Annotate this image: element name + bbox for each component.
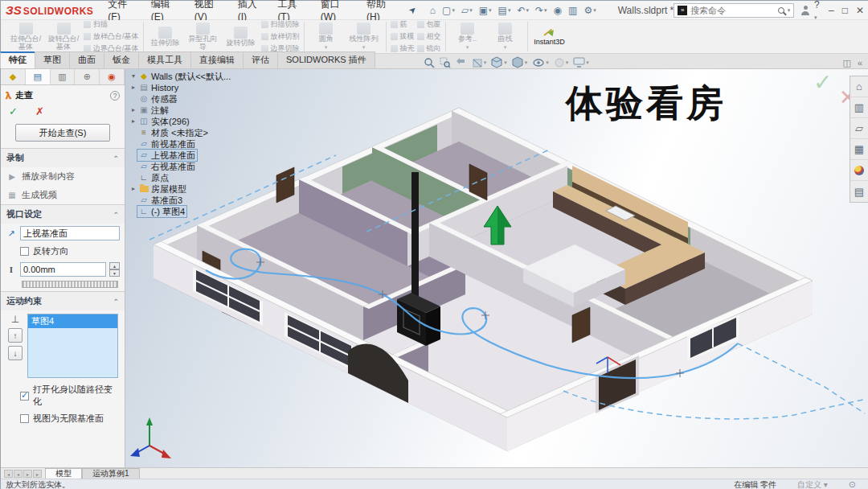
infinite-plane-checkbox[interactable] bbox=[20, 414, 29, 423]
intersect-button[interactable]: 相交 bbox=[417, 31, 441, 42]
hide-show-items-icon[interactable]: ▾ bbox=[532, 57, 549, 68]
tree-item-plane3[interactable]: ▱基准面3 bbox=[130, 195, 267, 206]
tree-item-sketch4[interactable]: ∟(-) 草图4 bbox=[130, 206, 267, 217]
tab-configurationmanager[interactable]: ▥ bbox=[51, 69, 76, 84]
lofted-cut-button[interactable]: 放样切割 bbox=[261, 31, 300, 42]
tab-direct-editing[interactable]: 直接编辑 bbox=[190, 51, 244, 68]
options-button[interactable]: ⚙▾ bbox=[581, 3, 598, 18]
confirm-check-icon[interactable]: ✓ bbox=[813, 69, 832, 96]
print-button[interactable]: ▤▾ bbox=[496, 3, 514, 18]
revolved-boss-button[interactable]: 旋转凸台/基体 bbox=[46, 23, 81, 51]
tab-dimxpertmanager[interactable]: ⊕ bbox=[75, 69, 100, 84]
redo-button[interactable]: ↷▾ bbox=[533, 3, 550, 18]
reverse-direction-checkbox[interactable] bbox=[20, 247, 29, 256]
create-video-button[interactable]: ▦生成视频 bbox=[1, 186, 125, 204]
swept-boss-button[interactable]: 扫描 bbox=[84, 19, 139, 30]
undo-button[interactable]: ↶▾ bbox=[514, 3, 531, 18]
tree-item-front-plane[interactable]: ▱前视基准面 bbox=[130, 138, 267, 150]
tree-item-part[interactable]: ▾◆Walls (默认<<默认... bbox=[130, 71, 267, 82]
avatar-follow-checkbox[interactable] bbox=[20, 392, 29, 401]
curves-button[interactable]: 曲线▾ bbox=[488, 23, 523, 51]
tab-motion-study[interactable]: 运动算例1 bbox=[82, 468, 140, 479]
plane-field[interactable]: 上视基准面 bbox=[20, 226, 120, 240]
wrap-button[interactable]: 包覆 bbox=[417, 19, 441, 30]
zoom-to-fit-icon[interactable] bbox=[424, 57, 435, 68]
tree-item-sensors[interactable]: ◎传感器 bbox=[130, 93, 267, 105]
extruded-cut-button[interactable]: 拉伸切除 bbox=[148, 27, 183, 47]
play-recording-button[interactable]: ▶播放录制内容 bbox=[1, 167, 125, 186]
tree-item-annotations[interactable]: ▸▣注解 bbox=[130, 105, 267, 116]
new-file-button[interactable]: ▢▾ bbox=[440, 3, 457, 18]
viewport-settings-header[interactable]: 视口设定⌃ bbox=[1, 205, 125, 224]
collapse-ribbon-icon[interactable]: « bbox=[858, 58, 862, 68]
command-search[interactable]: » ▾ bbox=[674, 3, 794, 18]
shell-button[interactable]: 抽壳 bbox=[391, 43, 415, 54]
tree-item-house-folder[interactable]: ▸房屋模型 bbox=[130, 183, 267, 195]
close-button[interactable]: ✕ bbox=[856, 5, 864, 16]
motion-constraints-header[interactable]: 运动约束⌃ bbox=[1, 292, 125, 310]
file-explorer-icon[interactable]: ▱ bbox=[850, 118, 868, 139]
move-down-button[interactable]: ↓ bbox=[8, 346, 23, 360]
rib-button[interactable]: 筋 bbox=[391, 19, 415, 30]
lofted-boss-button[interactable]: 放样凸台/基体 bbox=[84, 31, 139, 42]
file-properties-button[interactable]: ▥ bbox=[566, 3, 579, 18]
offset-stepper[interactable]: ▲▼ bbox=[109, 262, 120, 277]
view-settings-icon[interactable]: ▾ bbox=[573, 57, 589, 68]
offset-slider[interactable] bbox=[22, 281, 118, 288]
search-icon[interactable] bbox=[778, 7, 784, 14]
save-button[interactable]: ▣▾ bbox=[477, 3, 494, 18]
help-icon[interactable]: ? bbox=[110, 91, 120, 101]
tree-item-origin[interactable]: ∟原点 bbox=[130, 172, 267, 183]
appearances-icon[interactable] bbox=[850, 160, 868, 181]
toolbar-options-icon[interactable]: ◫ bbox=[842, 58, 850, 68]
tree-item-top-plane[interactable]: ▱上视基准面 bbox=[130, 150, 267, 161]
start-walkthrough-button[interactable]: 开始走查(S) bbox=[15, 124, 110, 142]
status-options-icon[interactable]: ⊙ bbox=[849, 479, 856, 489]
search-input[interactable] bbox=[690, 6, 774, 15]
search-dropdown-icon[interactable]: ▾ bbox=[788, 7, 791, 14]
custom-properties-icon[interactable]: ▤ bbox=[850, 181, 868, 202]
graphics-viewport[interactable]: ▾◆Walls (默认<<默认... ▸▤History ◎传感器 ▸▣注解 ▸… bbox=[125, 69, 868, 467]
ok-button[interactable]: ✓ bbox=[9, 105, 18, 117]
tree-item-history[interactable]: ▸▤History bbox=[130, 82, 267, 93]
display-style-icon[interactable]: ▾ bbox=[512, 56, 528, 68]
zoom-to-area-icon[interactable] bbox=[440, 57, 451, 68]
pin-menu-icon[interactable]: ➤ bbox=[406, 4, 419, 17]
minimize-button[interactable]: – bbox=[829, 5, 834, 16]
tab-sheet-metal[interactable]: 钣金 bbox=[104, 51, 139, 68]
tree-item-solid-bodies[interactable]: ▸◫实体(296) bbox=[130, 116, 267, 127]
customize-control[interactable]: 自定义 ▾ bbox=[797, 479, 828, 489]
hole-wizard-button[interactable]: 异型孔向导 bbox=[186, 23, 221, 51]
tab-solidworks-addins[interactable]: SOLIDWORKS 插件 bbox=[277, 51, 375, 68]
rebuild-button[interactable]: ◉ bbox=[551, 3, 564, 18]
home-tab-icon[interactable]: ⌂ bbox=[850, 76, 868, 97]
cancel-button[interactable]: ✗ bbox=[35, 105, 44, 117]
edit-appearance-icon[interactable]: ▾ bbox=[554, 57, 569, 68]
tab-propertymanager[interactable]: ▤ bbox=[26, 69, 51, 84]
record-section-header[interactable]: 录制⌃ bbox=[1, 149, 125, 167]
tab-scroll-buttons[interactable]: ◂◂▸▸ bbox=[1, 470, 45, 479]
tree-item-right-plane[interactable]: ▱右视基准面 bbox=[130, 161, 267, 172]
help-button[interactable]: ? ▾ bbox=[814, 0, 822, 22]
reference-geometry-button[interactable]: 参考..▾ bbox=[450, 23, 485, 51]
instant3d-button[interactable]: Instant3D bbox=[532, 27, 567, 47]
move-up-button[interactable]: ↑ bbox=[8, 328, 23, 343]
restore-button[interactable]: □ bbox=[842, 5, 848, 16]
home-button[interactable]: ⌂ bbox=[428, 3, 438, 18]
tree-item-material[interactable]: ≡材质 <未指定> bbox=[130, 127, 267, 138]
view-palette-icon[interactable]: ▦ bbox=[850, 139, 868, 160]
previous-view-icon[interactable] bbox=[456, 57, 467, 68]
offset-field[interactable]: 0.00mm bbox=[20, 262, 106, 277]
constraint-list-item[interactable]: 草图4 bbox=[28, 314, 117, 328]
view-orientation-icon[interactable]: ▾ bbox=[491, 56, 507, 68]
revolved-cut-button[interactable]: 旋转切除 bbox=[223, 27, 259, 47]
tab-surfaces[interactable]: 曲面 bbox=[69, 51, 104, 68]
mirror-button[interactable]: 镜向 bbox=[417, 43, 441, 54]
tab-featuremanager-tree[interactable]: ◆ bbox=[1, 69, 26, 84]
tab-mold-tools[interactable]: 模具工具 bbox=[138, 51, 191, 68]
tab-sketch[interactable]: 草图 bbox=[35, 51, 70, 68]
extruded-boss-button[interactable]: 拉伸凸台/基体 bbox=[8, 23, 43, 51]
section-view-icon[interactable]: ▾ bbox=[472, 57, 487, 68]
linear-pattern-button[interactable]: 线性阵列▾ bbox=[346, 23, 382, 51]
design-library-icon[interactable]: ▥ bbox=[850, 97, 868, 118]
